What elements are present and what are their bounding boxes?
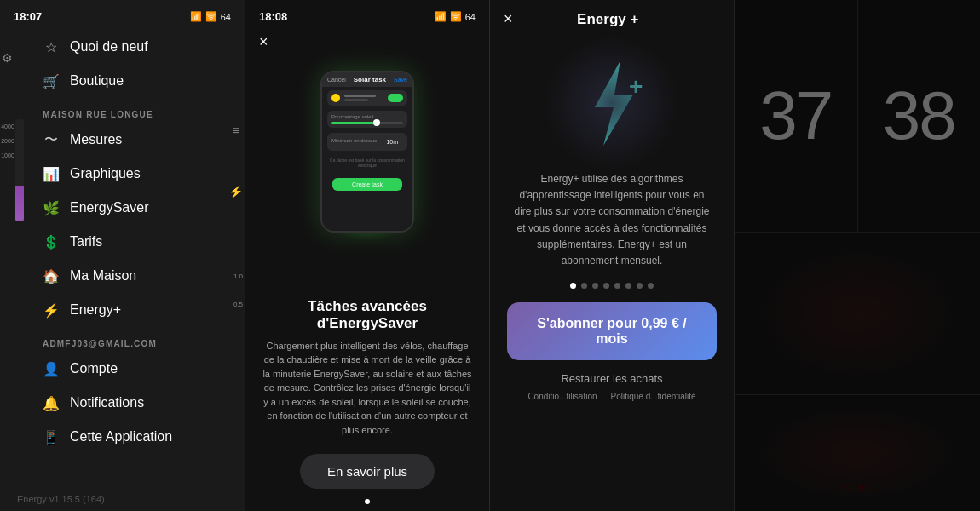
signal-icon: 📶 [190, 11, 202, 22]
dot-6 [625, 283, 631, 289]
right-sidebar-values: 1.0 0.5 [233, 273, 243, 308]
slider-thumb [373, 119, 380, 126]
menu-label-graphiques: Graphiques [70, 166, 141, 181]
phone-save: Save [394, 77, 407, 83]
solar-icon [331, 94, 340, 102]
menu-item-energyplus[interactable]: ⚡ Energy+ [26, 293, 245, 327]
solar-text [344, 95, 383, 101]
panel2-btn-wrap: En savoir plus [245, 444, 489, 499]
menu-label-quoi-de-neuf: Quoi de neuf [70, 39, 148, 55]
panel2-time: 18:08 [259, 10, 287, 23]
menu-label-energysaver: EnergySaver [70, 200, 149, 215]
menu-item-application[interactable]: 📱 Cette Application [26, 420, 245, 454]
bottom-fraction-text: / 161 [735, 481, 980, 494]
subscribe-button[interactable]: S'abonner pour 0,99 € / mois [507, 302, 717, 360]
phone-cancel: Cancel [327, 77, 346, 83]
panel3-legal-links: Conditio...tilisation Politique d...fide… [490, 392, 734, 408]
menu-label-tarifs: Tarifs [70, 234, 102, 250]
star-icon: ☆ [43, 38, 60, 55]
panel2-status: 📶 🛜 64 [435, 11, 476, 22]
menu-item-mesures[interactable]: 〜 Mesures [26, 123, 245, 157]
phone-create-task-btn[interactable]: Create task [332, 178, 402, 191]
phone-mockup: Cancel Solar task Save Po [320, 71, 414, 233]
menu-label-application: Cette Application [70, 429, 172, 445]
duration-container: Minimum en dessus [331, 138, 381, 145]
energy-logo-area: + [490, 35, 734, 171]
menu-item-mamaison[interactable]: 🏠 Ma Maison [26, 259, 245, 293]
version-text: Energy v1.15.5 (164) [17, 494, 105, 504]
status-icons: 📶 🛜 64 [190, 11, 231, 22]
numbers-panel: 37 38 / 161 [734, 0, 980, 511]
phone-icon: 📱 [43, 428, 60, 445]
section-compte-label: ADMFJ03@GMAIL.COM [26, 327, 245, 352]
slider-fill [331, 122, 374, 124]
menu-item-tarifs[interactable]: 💲 Tarifs [26, 225, 245, 259]
energy-plus-panel: × Energy + + Energy+ utilise des algorit… [489, 0, 734, 511]
panel4-top-row: 37 38 [735, 0, 980, 233]
terms-link[interactable]: Conditio...tilisation [527, 392, 597, 401]
phone-slider [331, 122, 403, 124]
dollar-icon: 💲 [43, 233, 60, 250]
sidebar-icon-1[interactable]: ≡ [232, 123, 239, 137]
menu-label-mesures: Mesures [70, 132, 122, 147]
phone-mockup-area: Cancel Solar task Save Po [245, 58, 489, 237]
panel2-header: 18:08 📶 🛜 64 [245, 0, 489, 30]
learn-more-button[interactable]: En savoir plus [300, 454, 435, 489]
menu-label-notifications: Notifications [70, 395, 144, 411]
menu-content: ☆ Quoi de neuf 🛒 Boutique MAISON RUE LON… [0, 30, 245, 487]
panel3-dots-indicator [490, 283, 734, 302]
panel4-bottom-row: / 161 [735, 395, 980, 511]
mini-chart [15, 119, 24, 221]
menu-item-energysaver[interactable]: 🌿 EnergySaver [26, 191, 245, 225]
menu-item-notifications[interactable]: 🔔 Notifications [26, 386, 245, 420]
menu-item-boutique[interactable]: 🛒 Boutique [26, 64, 245, 98]
restore-purchases-link[interactable]: Restaurer les achats [490, 369, 734, 392]
panel2-dot-indicator [245, 499, 489, 511]
settings-icon[interactable]: ⚙ [2, 51, 13, 65]
time-badge: 10m [381, 136, 403, 147]
phone-screen-header: Cancel Solar task Save [322, 72, 412, 87]
mini-chart-labels: 4000 2000 1000 [0, 123, 15, 158]
dot-2 [581, 283, 587, 289]
battery-icon-2: 64 [465, 12, 476, 22]
panel4-col-right: 38 [858, 0, 981, 232]
panel2-close-button[interactable]: × [259, 33, 268, 50]
panel3-description-text: Energy+ utilise des algorithmes d'appren… [510, 171, 713, 269]
panel4-mid-row [735, 233, 980, 395]
time-display: 18:07 [14, 10, 42, 23]
wave-icon: 〜 [43, 131, 60, 148]
slider-container: Pourcentage soleil [331, 114, 403, 124]
number-38: 38 [883, 77, 955, 155]
home-icon: 🏠 [43, 267, 60, 284]
panel2-feature-desc: Chargement plus intelligent des vélos, c… [262, 339, 472, 438]
panel2-feature-title: Tâches avancées d'EnergySaver [262, 298, 472, 332]
panel2-text-area: Tâches avancées d'EnergySaver Chargement… [245, 288, 489, 445]
battery-icon: 64 [221, 12, 231, 22]
signal-icon-2: 📶 [435, 11, 447, 22]
menu-label-compte: Compte [70, 361, 118, 376]
phone-info-text: Ce tâche est basé sur la consommation él… [327, 156, 407, 169]
dot-4 [603, 283, 609, 289]
panel3-close-button[interactable]: × [504, 10, 513, 28]
menu-item-quoi-de-neuf[interactable]: ☆ Quoi de neuf [26, 30, 245, 64]
menu-label-energyplus: Energy+ [70, 302, 121, 318]
panel3-description-area: Energy+ utilise des algorithmes d'appren… [490, 171, 734, 283]
phone-toggle [388, 94, 403, 102]
cart-icon: 🛒 [43, 72, 60, 89]
dot-3 [592, 283, 598, 289]
right-sidebar-icons: ≡ ⚡ [228, 123, 243, 198]
privacy-link[interactable]: Politique d...fidentialité [611, 392, 696, 401]
menu-label-boutique: Boutique [70, 73, 124, 89]
panel4-col-left: 37 [735, 0, 858, 232]
sidebar-icon-2[interactable]: ⚡ [228, 185, 243, 198]
lightning-icon: ⚡ [43, 301, 60, 319]
phone-slider-row: Pourcentage soleil [327, 111, 407, 128]
menu-panel: 18:07 📶 🛜 64 ⚙ 4000 2000 1000 ≡ ⚡ 1.0 0.… [0, 0, 245, 511]
phone-duration-row: Minimum en dessus 10m [327, 133, 407, 151]
footer-version: Energy v1.15.5 (164) [0, 487, 245, 511]
section-maison-label: MAISON RUE LONGUE [26, 98, 245, 123]
menu-item-graphiques[interactable]: 📊 Graphiques [26, 157, 245, 191]
menu-item-compte[interactable]: 👤 Compte [26, 352, 245, 386]
energy-glow-bg [544, 35, 680, 171]
phone-screen-body: Pourcentage soleil Minimum en dessus 10m [322, 87, 412, 231]
